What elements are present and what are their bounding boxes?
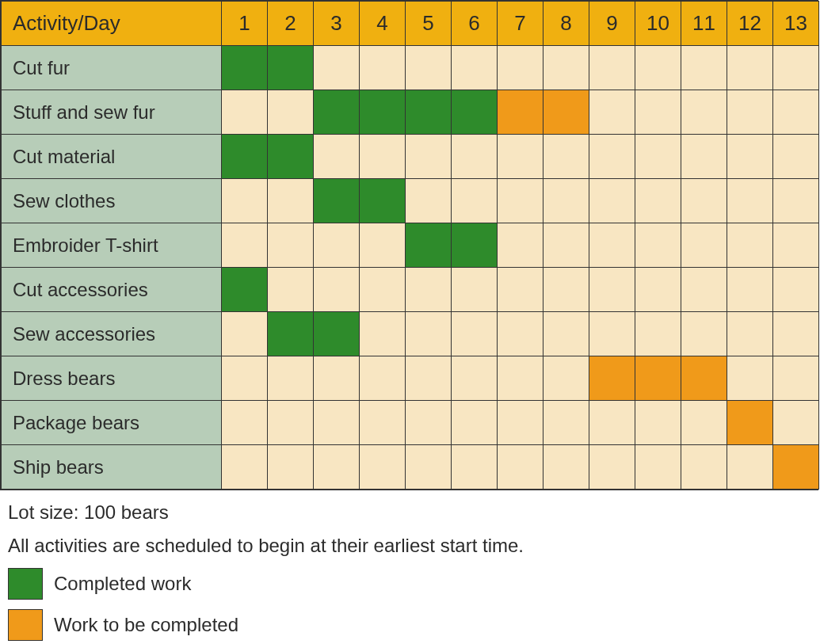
gantt-cell	[635, 223, 681, 268]
schedule-note: All activities are scheduled to begin at…	[8, 535, 812, 557]
activity-name-cell: Cut material	[2, 135, 222, 179]
gantt-cell	[543, 445, 589, 490]
gantt-cell	[498, 179, 543, 223]
gantt-body: Cut furStuff and sew furCut materialSew …	[2, 46, 819, 490]
gantt-cell	[406, 179, 452, 223]
gantt-row: Sew clothes	[2, 179, 819, 223]
gantt-cell	[314, 268, 360, 312]
gantt-cell	[589, 268, 635, 312]
day-header: 3	[314, 2, 360, 46]
gantt-cell	[635, 401, 681, 445]
gantt-cell	[360, 445, 406, 490]
gantt-table: Activity/Day 12345678910111213 Cut furSt…	[1, 1, 819, 490]
gantt-cell	[543, 312, 589, 356]
gantt-cell	[681, 268, 727, 312]
gantt-cell	[406, 135, 452, 179]
gantt-cell	[222, 179, 268, 223]
gantt-cell	[589, 223, 635, 268]
gantt-cell	[360, 179, 406, 223]
gantt-cell	[360, 401, 406, 445]
lot-size-text: Lot size: 100 bears	[8, 501, 812, 524]
gantt-cell	[314, 46, 360, 90]
gantt-cell	[681, 445, 727, 490]
legend-swatch-completed	[8, 568, 43, 600]
gantt-row: Cut material	[2, 135, 819, 179]
gantt-cell	[406, 401, 452, 445]
gantt-cell	[268, 268, 314, 312]
gantt-cell	[773, 46, 819, 90]
gantt-cell	[222, 90, 268, 135]
gantt-cell	[773, 268, 819, 312]
gantt-row: Stuff and sew fur	[2, 90, 819, 135]
gantt-cell	[406, 356, 452, 401]
legend-todo-label: Work to be completed	[54, 614, 238, 636]
gantt-cell	[222, 356, 268, 401]
gantt-cell	[498, 445, 543, 490]
gantt-cell	[498, 90, 543, 135]
gantt-cell	[314, 445, 360, 490]
gantt-cell	[360, 268, 406, 312]
gantt-cell	[268, 356, 314, 401]
gantt-cell	[543, 179, 589, 223]
gantt-cell	[452, 445, 498, 490]
gantt-cell	[498, 268, 543, 312]
gantt-cell	[360, 223, 406, 268]
gantt-cell	[727, 179, 773, 223]
gantt-cell	[681, 90, 727, 135]
gantt-cell	[543, 268, 589, 312]
gantt-cell	[727, 90, 773, 135]
gantt-cell	[222, 46, 268, 90]
gantt-cell	[452, 179, 498, 223]
gantt-row: Ship bears	[2, 445, 819, 490]
legend-swatch-todo	[8, 609, 43, 641]
gantt-row: Cut accessories	[2, 268, 819, 312]
day-header: 13	[773, 2, 819, 46]
gantt-cell	[268, 445, 314, 490]
gantt-row: Cut fur	[2, 46, 819, 90]
gantt-cell	[452, 312, 498, 356]
gantt-cell	[268, 135, 314, 179]
gantt-cell	[727, 135, 773, 179]
gantt-cell	[681, 356, 727, 401]
gantt-cell	[314, 90, 360, 135]
gantt-cell	[727, 445, 773, 490]
gantt-cell	[589, 135, 635, 179]
legend-completed-label: Completed work	[54, 573, 191, 595]
gantt-cell	[498, 135, 543, 179]
legend-completed: Completed work	[8, 568, 812, 600]
gantt-cell	[635, 445, 681, 490]
gantt-cell	[314, 179, 360, 223]
gantt-row: Sew accessories	[2, 312, 819, 356]
gantt-cell	[314, 135, 360, 179]
gantt-chart: Activity/Day 12345678910111213 Cut furSt…	[0, 0, 818, 490]
gantt-cell	[268, 223, 314, 268]
gantt-cell	[773, 223, 819, 268]
day-header: 11	[681, 2, 727, 46]
day-header: 1	[222, 2, 268, 46]
gantt-cell	[406, 90, 452, 135]
gantt-cell	[589, 356, 635, 401]
gantt-cell	[222, 135, 268, 179]
gantt-cell	[406, 445, 452, 490]
gantt-cell	[635, 312, 681, 356]
day-header: 4	[360, 2, 406, 46]
gantt-cell	[360, 46, 406, 90]
activity-name-cell: Dress bears	[2, 356, 222, 401]
gantt-cell	[452, 268, 498, 312]
gantt-cell	[222, 445, 268, 490]
gantt-cell	[773, 312, 819, 356]
gantt-cell	[681, 46, 727, 90]
day-header: 8	[543, 2, 589, 46]
gantt-cell	[452, 46, 498, 90]
gantt-cell	[635, 179, 681, 223]
gantt-cell	[452, 401, 498, 445]
gantt-cell	[360, 312, 406, 356]
gantt-cell	[314, 401, 360, 445]
gantt-cell	[314, 223, 360, 268]
gantt-row: Dress bears	[2, 356, 819, 401]
gantt-cell	[681, 135, 727, 179]
day-header: 10	[635, 2, 681, 46]
gantt-cell	[406, 223, 452, 268]
gantt-cell	[727, 223, 773, 268]
day-header: 5	[406, 2, 452, 46]
